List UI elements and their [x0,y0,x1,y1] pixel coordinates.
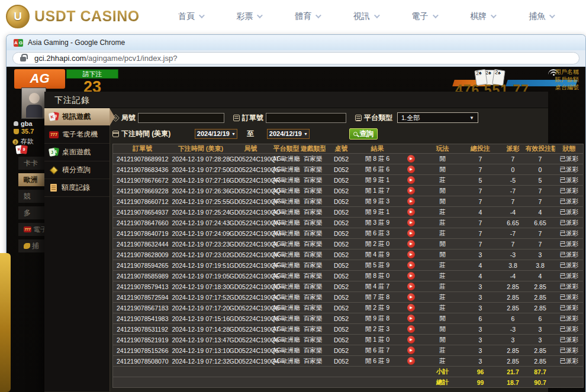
bet-record-row: 241219078508070 2024-12-19 07:12:32 GD05… [113,356,584,367]
address-bar[interactable]: gci.2hhapi.com/agingame/pcv1/index.jsp? [12,52,579,64]
cell-table-number: D052 [326,345,358,356]
cell-order-number: 241219078689912 [113,154,172,164]
cell-payout: 2.85 [501,281,526,292]
cell-result: 閒 9 莊 8 [358,313,398,324]
cell-total-stake: 3 [461,303,501,313]
nav-label: 棋牌 [470,11,487,22]
cell-valid-stake: 3 [526,250,555,260]
play-replay-button[interactable]: ▶ [407,197,415,205]
cell-result: 閒 5 莊 9 [358,260,398,271]
cell-replay: ▶ [398,281,425,292]
nav-item-live[interactable]: 視訊 [353,11,378,22]
coin-icon: $ [12,139,18,145]
play-replay-button[interactable]: ▶ [407,176,415,184]
cell-total-stake: 7 [461,186,501,196]
cell-payout: -4 [501,207,526,218]
search-button[interactable]: 查詢 [349,128,378,140]
nav-item-lottery[interactable]: 彩票 [236,11,261,22]
cell-replay: ▶ [398,313,425,324]
cell-order-number: 241219078647660 [113,218,172,228]
nav-item-slots[interactable]: 電子 [412,11,437,22]
cell-order-number: 241219078585989 [113,271,172,281]
cell-order-number: 241219078654937 [113,207,172,218]
cell-game-type: 百家樂 [301,324,326,335]
cell-bet-time: 2024-12-19 07:23:23 [172,239,230,250]
play-replay-button[interactable]: ▶ [407,155,415,163]
play-replay-button[interactable]: ▶ [407,272,415,280]
sidebar-item-credit-records[interactable]: 額度記錄 [44,179,110,197]
play-replay-button[interactable]: ▶ [407,283,415,290]
cell-payout: 0 [501,164,526,175]
lock-icon[interactable] [20,57,26,61]
cell-replay: ▶ [398,154,425,164]
info-line: 桌台編號 [555,83,585,91]
dropdown-arrow-icon: ▼ [304,132,308,136]
nav-label: 視訊 [353,11,370,22]
modal-main: 局號 訂單號 平台類型 1.全部▼ 下注時間 (美東) 2024/12/19▼ … [110,108,584,391]
cell-total-stake: 3 [461,345,501,356]
cell-status: 已派彩 [555,303,584,313]
list-icon [355,115,362,121]
cell-play-type: 閒 [425,250,461,260]
cell-bet-time: 2024-12-19 07:14:28 [172,324,230,335]
play-replay-button[interactable]: ▶ [407,208,415,216]
window-title-bar[interactable]: AG Asia Gaming - Google Chrome [7,35,585,50]
round-number-input[interactable] [138,113,224,123]
play-replay-button[interactable]: ▶ [407,357,415,365]
sidebar-item-video-games[interactable]: 9K 視訊遊戲 [44,108,110,126]
cell-bet-time: 2024-12-19 07:27:16 [172,175,230,186]
sidebar-item-points-query[interactable]: 積分查詢 [44,161,110,179]
total-valid: 90.7 [526,377,555,388]
play-replay-button[interactable]: ▶ [407,325,415,333]
cell-valid-stake: 7 [526,154,555,164]
total-row: 總計 99 18.7 90.7 [113,377,584,388]
cell-valid-stake: 2.85 [526,303,555,313]
date-to-button[interactable]: 2024/12/19▼ [267,129,310,139]
play-replay-button[interactable]: ▶ [407,240,415,248]
nav-item-fishing[interactable]: 捕魚 [529,11,553,22]
site-logo[interactable]: U USDT CASINO [6,5,140,28]
menu-label: 卡卡 [24,157,38,170]
cell-round-number: GD05224C190QK [230,250,272,260]
play-replay-button[interactable]: ▶ [407,346,415,354]
floating-gold-widget[interactable] [0,253,11,392]
play-replay-button[interactable]: ▶ [407,187,415,195]
play-replay-button[interactable]: ▶ [407,251,415,258]
play-replay-button[interactable]: ▶ [407,229,415,237]
order-number-input[interactable] [266,113,346,123]
cell-result: 閒 4 莊 7 [358,281,398,292]
bet-record-row: 241219078654937 2024-12-19 07:25:24 GD05… [113,207,584,218]
nav-item-home[interactable]: 首頁 [178,11,203,22]
cell-status: 已派彩 [555,250,584,260]
play-replay-button[interactable]: ▶ [407,336,415,344]
sidebar-item-slots[interactable]: 777 電子老虎機 [44,126,110,144]
cell-valid-stake: 7 [526,196,555,207]
play-replay-button[interactable]: ▶ [407,166,415,173]
cell-result: 閒 1 莊 0 [358,335,398,345]
bet-record-row: 241219078660712 2024-12-19 07:25:55 GD05… [113,196,584,207]
date-from-button[interactable]: 2024/12/19▼ [195,129,237,139]
cell-valid-stake: 7 [526,239,555,250]
play-replay-button[interactable]: ▶ [407,219,415,226]
nav-item-sports[interactable]: 體育 [295,11,320,22]
cell-result: 閒 6 莊 6 [358,164,398,175]
cell-round-number: GD05224C190QP [230,196,272,207]
sidebar-item-table-games[interactable]: AJ 桌面遊戲 [44,144,110,161]
ag-favicon-icon: AG [14,39,23,47]
document-icon [50,184,57,192]
play-replay-button[interactable]: ▶ [407,261,415,269]
play-replay-button[interactable]: ▶ [407,304,415,312]
cell-game-type: 百家樂 [301,313,326,324]
cell-total-stake: 4 [461,260,501,271]
date-to-label: 至 [247,129,254,139]
platform-type-select[interactable]: 1.全部▼ [397,112,478,123]
cell-game-type: 百家樂 [301,239,326,250]
cell-result: 閒 8 莊 0 [358,271,398,281]
nav-item-board-games[interactable]: 棋牌 [470,11,495,22]
cell-play-type: 莊 [425,292,461,303]
cell-bet-time: 2024-12-19 07:25:24 [172,207,230,218]
filter-row-2: 下注時間 (美東) 2024/12/19▼ 至 2024/12/19▼ 查詢 [112,128,584,140]
play-replay-button[interactable]: ▶ [407,315,415,322]
person-icon [14,121,18,126]
play-replay-button[interactable]: ▶ [407,293,415,301]
